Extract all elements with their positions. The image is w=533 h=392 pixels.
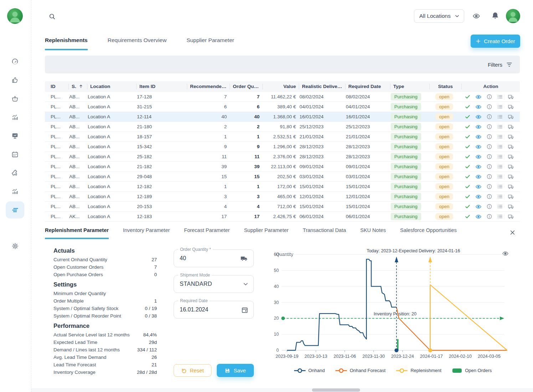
table-row[interactable]: PL...AB...Location A21-1802291,80 €25/12… (45, 122, 520, 132)
sidebar-item-integrations[interactable] (8, 166, 22, 180)
sidebar-item-forecast[interactable] (8, 184, 22, 198)
visibility-icon[interactable] (472, 12, 480, 21)
table-row[interactable]: PL...AB...Location A21-182393922.113,00 … (45, 162, 520, 172)
details-list-icon[interactable] (497, 194, 503, 200)
info-icon[interactable] (486, 144, 492, 150)
info-icon[interactable] (486, 94, 492, 100)
table-row[interactable]: PL...AB...Location A12-18933465,00 €12/0… (45, 192, 520, 202)
sidebar-item-orders[interactable] (8, 92, 22, 106)
column-location[interactable]: Location (87, 84, 136, 89)
required-date-input[interactable]: 16.01.2024 (180, 306, 241, 313)
details-list-icon[interactable] (497, 104, 503, 110)
details-list-icon[interactable] (497, 213, 503, 220)
approve-check-icon[interactable] (465, 174, 471, 180)
view-eye-icon[interactable] (475, 104, 482, 110)
view-eye-icon[interactable] (475, 213, 482, 220)
info-icon[interactable] (486, 114, 492, 120)
info-icon[interactable] (486, 213, 492, 220)
shipment-truck-icon[interactable] (508, 113, 514, 120)
column-recommended-quantity[interactable]: Recommended Qua... (187, 84, 230, 89)
column-id[interactable]: ID (50, 84, 68, 89)
shipment-truck-icon[interactable] (508, 123, 514, 130)
shipment-truck-icon[interactable] (508, 143, 514, 150)
approve-check-icon[interactable] (465, 184, 471, 190)
shipment-truck-icon[interactable] (508, 93, 514, 100)
filter-icon[interactable] (506, 61, 513, 68)
column-s[interactable]: S. (68, 84, 87, 89)
column-status[interactable]: Status (429, 84, 461, 89)
table-row[interactable]: PL...AB...Location A31-21566389,40 €04/0… (45, 102, 520, 112)
approve-check-icon[interactable] (465, 213, 471, 220)
shipment-truck-icon[interactable] (508, 173, 514, 180)
sort-ascending-icon[interactable] (79, 84, 83, 89)
user-avatar[interactable] (506, 9, 520, 23)
info-icon[interactable] (486, 104, 492, 110)
table-row[interactable]: PL...AB...Location A12-18211172,00 €15/0… (45, 182, 520, 192)
approve-check-icon[interactable] (465, 194, 471, 200)
sidebar-item-dashboard[interactable] (8, 55, 22, 69)
filters-label[interactable]: Filters (488, 62, 502, 68)
details-list-icon[interactable] (497, 144, 503, 150)
details-list-icon[interactable] (497, 114, 503, 120)
reset-button[interactable]: Reset (174, 364, 211, 377)
table-row[interactable]: PL...AK...Location A12-18317172.426,75 €… (45, 212, 520, 222)
required-date-field[interactable]: Required Date 16.01.2024 (174, 301, 254, 319)
tab-replenishments[interactable]: Replenishments (45, 37, 88, 50)
shipment-truck-icon[interactable] (508, 103, 514, 110)
view-eye-icon[interactable] (475, 194, 482, 200)
table-row[interactable]: PL...AB...Location A15-342991.296,00 €28… (45, 142, 520, 152)
approve-check-icon[interactable] (465, 114, 471, 120)
sidebar-item-presentation[interactable] (8, 129, 22, 143)
scrollbar-thumb[interactable] (312, 388, 360, 392)
view-eye-icon[interactable] (475, 144, 482, 150)
create-order-button[interactable]: Create Order (471, 35, 520, 48)
shipment-truck-icon[interactable] (508, 193, 514, 200)
info-icon[interactable] (486, 194, 492, 200)
view-eye-icon[interactable] (475, 184, 482, 190)
approve-check-icon[interactable] (465, 134, 471, 140)
sidebar-item-analytics[interactable] (8, 110, 22, 124)
details-list-icon[interactable] (497, 134, 503, 140)
save-button[interactable]: Save (217, 364, 254, 377)
view-eye-icon[interactable] (475, 203, 482, 210)
column-item-id[interactable]: Item ID (136, 84, 187, 89)
column-required-date[interactable]: Required Date (345, 84, 390, 89)
tab-supplier-parameter[interactable]: Supplier Parameter (186, 37, 234, 50)
location-selector[interactable]: All Locations (414, 9, 464, 23)
shipment-truck-icon[interactable] (508, 203, 514, 210)
info-icon[interactable] (486, 184, 492, 190)
search-icon[interactable] (48, 13, 56, 21)
details-list-icon[interactable] (497, 164, 503, 170)
tab-requirements-overview[interactable]: Requirements Overview (108, 37, 166, 50)
table-row[interactable]: PL...AB...Location A18-157112.532,51 €21… (45, 132, 520, 142)
view-eye-icon[interactable] (475, 94, 482, 100)
details-list-icon[interactable] (497, 184, 503, 190)
shipment-truck-icon[interactable] (508, 133, 514, 140)
shipment-mode-field[interactable]: Shipment Mode STANDARD (174, 275, 254, 293)
view-eye-icon[interactable] (475, 154, 482, 160)
approve-check-icon[interactable] (465, 164, 471, 170)
horizontal-scrollbar[interactable] (31, 388, 533, 392)
info-icon[interactable] (486, 124, 492, 130)
table-row[interactable]: PL...AB...Location A12-11440401.368,00 €… (45, 112, 520, 122)
view-eye-icon[interactable] (475, 134, 482, 140)
order-quantity-input[interactable]: 40 (180, 255, 240, 262)
details-list-icon[interactable] (497, 124, 503, 130)
tab-forecast-parameter[interactable]: Forecast Parameter (184, 227, 230, 239)
shipment-truck-icon[interactable] (508, 183, 514, 190)
view-eye-icon[interactable] (475, 124, 482, 130)
sidebar-item-replenishments[interactable] (6, 201, 24, 218)
calendar-icon[interactable] (241, 306, 248, 314)
sidebar-item-approvals[interactable] (8, 73, 22, 87)
chevron-down-icon[interactable] (243, 281, 248, 287)
details-list-icon[interactable] (497, 174, 503, 180)
view-eye-icon[interactable] (475, 164, 482, 170)
info-icon[interactable] (486, 174, 492, 180)
info-icon[interactable] (486, 154, 492, 160)
table-row[interactable]: PL...AB...Location A17-1287711.462,22 €0… (45, 92, 520, 102)
column-value[interactable]: Value (262, 84, 299, 89)
details-list-icon[interactable] (497, 94, 503, 100)
view-eye-icon[interactable] (475, 114, 482, 120)
column-order-quantity[interactable]: Order Quantity (230, 84, 262, 89)
view-eye-icon[interactable] (475, 174, 482, 180)
